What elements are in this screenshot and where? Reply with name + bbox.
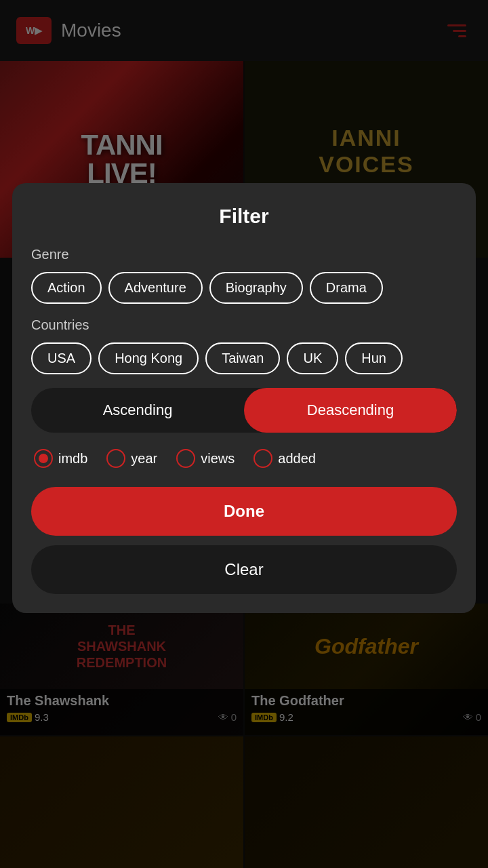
radio-label-views: views (201, 451, 235, 467)
filter-modal: Filter Genre Action Adventure Biography … (12, 183, 476, 613)
genre-tag-biography[interactable]: Biography (209, 272, 303, 304)
country-tag-usa[interactable]: USA (31, 342, 92, 374)
done-button[interactable]: Done (31, 487, 457, 536)
genre-tag-drama[interactable]: Drama (310, 272, 383, 304)
radio-circle-views (176, 449, 195, 468)
sort-by-radio-row: imdb year views added (31, 449, 457, 468)
radio-imdb[interactable]: imdb (34, 449, 87, 468)
sort-descending-button[interactable]: Deascending (244, 388, 457, 433)
filter-title: Filter (31, 205, 457, 228)
genre-section-label: Genre (31, 247, 457, 262)
radio-views[interactable]: views (176, 449, 235, 468)
country-tag-uk[interactable]: UK (287, 342, 338, 374)
radio-label-year: year (131, 451, 157, 467)
country-tag-hongkong[interactable]: Hong Kong (98, 342, 199, 374)
radio-label-imdb: imdb (58, 451, 87, 467)
radio-year[interactable]: year (106, 449, 157, 468)
country-tag-hun[interactable]: Hun (345, 342, 403, 374)
sort-ascending-button[interactable]: Ascending (31, 388, 244, 433)
radio-label-added: added (278, 451, 316, 467)
radio-circle-imdb (34, 449, 53, 468)
radio-added[interactable]: added (253, 449, 316, 468)
radio-circle-year (106, 449, 125, 468)
genre-tags-row: Action Adventure Biography Drama (31, 272, 457, 304)
genre-tag-action[interactable]: Action (31, 272, 102, 304)
sort-order-row: Ascending Deascending (31, 388, 457, 433)
clear-button[interactable]: Clear (31, 545, 457, 594)
radio-circle-added (253, 449, 272, 468)
country-tags-row: USA Hong Kong Taiwan UK Hun (31, 342, 457, 374)
country-tag-taiwan[interactable]: Taiwan (205, 342, 280, 374)
countries-section-label: Countries (31, 317, 457, 333)
genre-tag-adventure[interactable]: Adventure (108, 272, 203, 304)
